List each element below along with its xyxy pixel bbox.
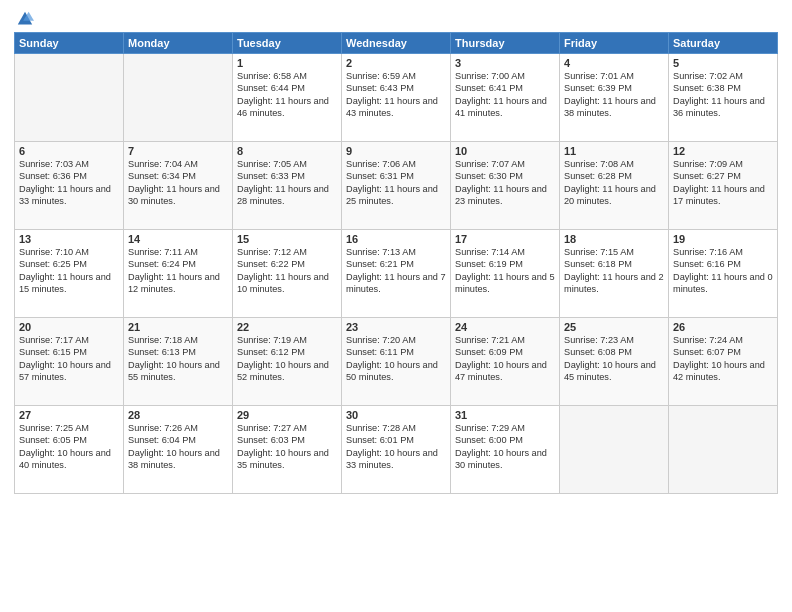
- calendar-cell: [15, 54, 124, 142]
- calendar-cell: 12Sunrise: 7:09 AM Sunset: 6:27 PM Dayli…: [669, 142, 778, 230]
- calendar-header-friday: Friday: [560, 33, 669, 54]
- day-info: Sunrise: 7:14 AM Sunset: 6:19 PM Dayligh…: [455, 246, 555, 296]
- day-info: Sunrise: 7:23 AM Sunset: 6:08 PM Dayligh…: [564, 334, 664, 384]
- calendar-cell: 3Sunrise: 7:00 AM Sunset: 6:41 PM Daylig…: [451, 54, 560, 142]
- day-number: 24: [455, 321, 555, 333]
- day-info: Sunrise: 7:07 AM Sunset: 6:30 PM Dayligh…: [455, 158, 555, 208]
- day-info: Sunrise: 7:04 AM Sunset: 6:34 PM Dayligh…: [128, 158, 228, 208]
- calendar-cell: 1Sunrise: 6:58 AM Sunset: 6:44 PM Daylig…: [233, 54, 342, 142]
- calendar-cell: 31Sunrise: 7:29 AM Sunset: 6:00 PM Dayli…: [451, 406, 560, 494]
- calendar-cell: [669, 406, 778, 494]
- calendar-cell: 19Sunrise: 7:16 AM Sunset: 6:16 PM Dayli…: [669, 230, 778, 318]
- calendar-cell: 24Sunrise: 7:21 AM Sunset: 6:09 PM Dayli…: [451, 318, 560, 406]
- day-number: 20: [19, 321, 119, 333]
- day-info: Sunrise: 7:13 AM Sunset: 6:21 PM Dayligh…: [346, 246, 446, 296]
- day-info: Sunrise: 7:28 AM Sunset: 6:01 PM Dayligh…: [346, 422, 446, 472]
- day-number: 21: [128, 321, 228, 333]
- day-number: 11: [564, 145, 664, 157]
- day-info: Sunrise: 7:18 AM Sunset: 6:13 PM Dayligh…: [128, 334, 228, 384]
- logo: [14, 10, 34, 26]
- calendar-cell: 28Sunrise: 7:26 AM Sunset: 6:04 PM Dayli…: [124, 406, 233, 494]
- calendar-cell: 15Sunrise: 7:12 AM Sunset: 6:22 PM Dayli…: [233, 230, 342, 318]
- day-info: Sunrise: 7:24 AM Sunset: 6:07 PM Dayligh…: [673, 334, 773, 384]
- day-number: 1: [237, 57, 337, 69]
- day-info: Sunrise: 7:10 AM Sunset: 6:25 PM Dayligh…: [19, 246, 119, 296]
- day-number: 29: [237, 409, 337, 421]
- day-info: Sunrise: 7:06 AM Sunset: 6:31 PM Dayligh…: [346, 158, 446, 208]
- day-number: 4: [564, 57, 664, 69]
- calendar-cell: 22Sunrise: 7:19 AM Sunset: 6:12 PM Dayli…: [233, 318, 342, 406]
- day-info: Sunrise: 7:12 AM Sunset: 6:22 PM Dayligh…: [237, 246, 337, 296]
- calendar-cell: 8Sunrise: 7:05 AM Sunset: 6:33 PM Daylig…: [233, 142, 342, 230]
- day-number: 30: [346, 409, 446, 421]
- day-info: Sunrise: 7:00 AM Sunset: 6:41 PM Dayligh…: [455, 70, 555, 120]
- day-info: Sunrise: 7:03 AM Sunset: 6:36 PM Dayligh…: [19, 158, 119, 208]
- day-number: 31: [455, 409, 555, 421]
- calendar-cell: 30Sunrise: 7:28 AM Sunset: 6:01 PM Dayli…: [342, 406, 451, 494]
- day-info: Sunrise: 7:01 AM Sunset: 6:39 PM Dayligh…: [564, 70, 664, 120]
- day-number: 15: [237, 233, 337, 245]
- day-number: 5: [673, 57, 773, 69]
- calendar-cell: 7Sunrise: 7:04 AM Sunset: 6:34 PM Daylig…: [124, 142, 233, 230]
- logo-icon: [16, 10, 34, 28]
- calendar-header-saturday: Saturday: [669, 33, 778, 54]
- calendar-cell: 16Sunrise: 7:13 AM Sunset: 6:21 PM Dayli…: [342, 230, 451, 318]
- page: SundayMondayTuesdayWednesdayThursdayFrid…: [0, 0, 792, 612]
- day-number: 10: [455, 145, 555, 157]
- day-number: 7: [128, 145, 228, 157]
- calendar-cell: 17Sunrise: 7:14 AM Sunset: 6:19 PM Dayli…: [451, 230, 560, 318]
- day-number: 25: [564, 321, 664, 333]
- day-info: Sunrise: 7:27 AM Sunset: 6:03 PM Dayligh…: [237, 422, 337, 472]
- calendar-header-wednesday: Wednesday: [342, 33, 451, 54]
- day-number: 9: [346, 145, 446, 157]
- day-number: 19: [673, 233, 773, 245]
- calendar-cell: 29Sunrise: 7:27 AM Sunset: 6:03 PM Dayli…: [233, 406, 342, 494]
- day-info: Sunrise: 6:58 AM Sunset: 6:44 PM Dayligh…: [237, 70, 337, 120]
- day-number: 23: [346, 321, 446, 333]
- calendar-cell: 25Sunrise: 7:23 AM Sunset: 6:08 PM Dayli…: [560, 318, 669, 406]
- calendar-header-tuesday: Tuesday: [233, 33, 342, 54]
- day-info: Sunrise: 6:59 AM Sunset: 6:43 PM Dayligh…: [346, 70, 446, 120]
- calendar-cell: 18Sunrise: 7:15 AM Sunset: 6:18 PM Dayli…: [560, 230, 669, 318]
- calendar-cell: 6Sunrise: 7:03 AM Sunset: 6:36 PM Daylig…: [15, 142, 124, 230]
- calendar-cell: 11Sunrise: 7:08 AM Sunset: 6:28 PM Dayli…: [560, 142, 669, 230]
- day-info: Sunrise: 7:29 AM Sunset: 6:00 PM Dayligh…: [455, 422, 555, 472]
- calendar-cell: 10Sunrise: 7:07 AM Sunset: 6:30 PM Dayli…: [451, 142, 560, 230]
- day-number: 6: [19, 145, 119, 157]
- calendar-cell: 23Sunrise: 7:20 AM Sunset: 6:11 PM Dayli…: [342, 318, 451, 406]
- calendar-header-thursday: Thursday: [451, 33, 560, 54]
- calendar-cell: 14Sunrise: 7:11 AM Sunset: 6:24 PM Dayli…: [124, 230, 233, 318]
- day-number: 27: [19, 409, 119, 421]
- day-info: Sunrise: 7:15 AM Sunset: 6:18 PM Dayligh…: [564, 246, 664, 296]
- calendar-header-monday: Monday: [124, 33, 233, 54]
- calendar-cell: 27Sunrise: 7:25 AM Sunset: 6:05 PM Dayli…: [15, 406, 124, 494]
- calendar-cell: 2Sunrise: 6:59 AM Sunset: 6:43 PM Daylig…: [342, 54, 451, 142]
- day-number: 3: [455, 57, 555, 69]
- calendar-cell: 4Sunrise: 7:01 AM Sunset: 6:39 PM Daylig…: [560, 54, 669, 142]
- day-number: 16: [346, 233, 446, 245]
- day-number: 8: [237, 145, 337, 157]
- day-number: 12: [673, 145, 773, 157]
- day-number: 26: [673, 321, 773, 333]
- day-info: Sunrise: 7:05 AM Sunset: 6:33 PM Dayligh…: [237, 158, 337, 208]
- day-number: 14: [128, 233, 228, 245]
- calendar-cell: 21Sunrise: 7:18 AM Sunset: 6:13 PM Dayli…: [124, 318, 233, 406]
- day-info: Sunrise: 7:19 AM Sunset: 6:12 PM Dayligh…: [237, 334, 337, 384]
- header: [14, 10, 778, 26]
- calendar-cell: 13Sunrise: 7:10 AM Sunset: 6:25 PM Dayli…: [15, 230, 124, 318]
- day-info: Sunrise: 7:08 AM Sunset: 6:28 PM Dayligh…: [564, 158, 664, 208]
- day-number: 28: [128, 409, 228, 421]
- day-info: Sunrise: 7:02 AM Sunset: 6:38 PM Dayligh…: [673, 70, 773, 120]
- day-number: 13: [19, 233, 119, 245]
- day-info: Sunrise: 7:26 AM Sunset: 6:04 PM Dayligh…: [128, 422, 228, 472]
- calendar-cell: [560, 406, 669, 494]
- calendar-header-sunday: Sunday: [15, 33, 124, 54]
- day-number: 22: [237, 321, 337, 333]
- calendar-cell: 26Sunrise: 7:24 AM Sunset: 6:07 PM Dayli…: [669, 318, 778, 406]
- calendar-table: SundayMondayTuesdayWednesdayThursdayFrid…: [14, 32, 778, 494]
- day-info: Sunrise: 7:20 AM Sunset: 6:11 PM Dayligh…: [346, 334, 446, 384]
- calendar-cell: 9Sunrise: 7:06 AM Sunset: 6:31 PM Daylig…: [342, 142, 451, 230]
- day-info: Sunrise: 7:25 AM Sunset: 6:05 PM Dayligh…: [19, 422, 119, 472]
- day-info: Sunrise: 7:21 AM Sunset: 6:09 PM Dayligh…: [455, 334, 555, 384]
- day-info: Sunrise: 7:11 AM Sunset: 6:24 PM Dayligh…: [128, 246, 228, 296]
